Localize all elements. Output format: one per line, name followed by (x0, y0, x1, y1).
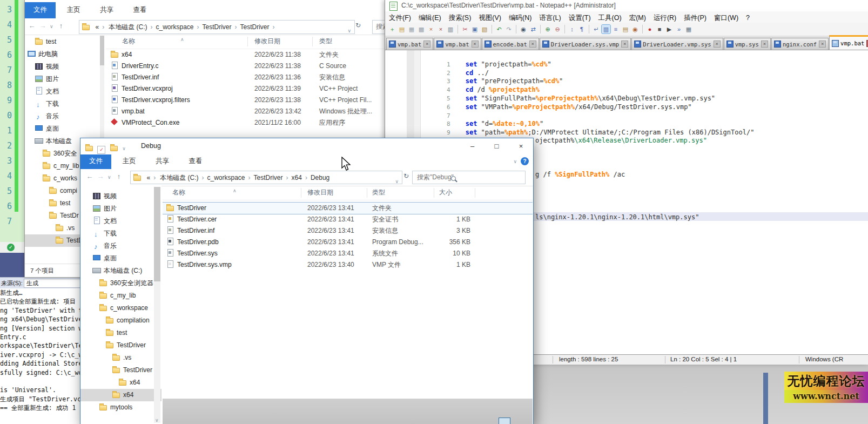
tree-item[interactable]: 此电脑 (25, 48, 105, 60)
column-date[interactable]: 修改日期 (307, 186, 333, 199)
column-type[interactable]: 类型 (319, 35, 332, 48)
toolbar-icon[interactable] (398, 25, 406, 33)
toolbar-icon[interactable] (388, 25, 396, 33)
toolbar-icon[interactable] (675, 25, 683, 33)
toolbar-icon[interactable] (492, 25, 492, 33)
refresh-icon[interactable]: ↻ (403, 172, 409, 180)
document-tab[interactable]: nginx.conf (771, 38, 829, 50)
column-type[interactable]: 类型 (372, 186, 385, 199)
up-icon[interactable]: ↑ (114, 172, 124, 180)
breadcrumb-segment[interactable]: TestDriver (254, 174, 292, 181)
tree-item[interactable]: compilation (80, 314, 162, 327)
qat-dropdown-icon[interactable]: ∨ (122, 146, 126, 151)
menu-item[interactable]: ? (742, 12, 753, 24)
toolbar-icon[interactable] (621, 25, 630, 33)
title-bar[interactable]: ✓ ∨ Debug – □ × (80, 138, 533, 154)
tree-item[interactable]: 音乐 (80, 240, 162, 252)
column-name[interactable]: 名称 (122, 35, 135, 48)
maximize-button[interactable]: □ (485, 138, 509, 154)
toolbar-icon[interactable] (589, 25, 589, 33)
column-size[interactable]: 大小 (439, 186, 452, 199)
toolbar-icon[interactable] (642, 25, 643, 33)
toolbar-icon[interactable] (611, 25, 620, 33)
toolbar-icon[interactable] (665, 25, 674, 33)
toolbar-icon[interactable] (564, 25, 565, 33)
toolbar-icon[interactable] (480, 25, 489, 33)
help-icon[interactable]: ? (521, 157, 529, 165)
breadcrumb-segment[interactable]: 本地磁盘 (C:) (160, 174, 207, 181)
tree-item[interactable]: c_my_lib (80, 290, 162, 302)
tab-file[interactable]: 文件 (80, 154, 111, 169)
toolbar-icon[interactable] (592, 25, 601, 33)
tree-item[interactable]: 下载 (25, 98, 105, 110)
toolbar-icon[interactable] (631, 25, 640, 33)
tree-item[interactable]: 视频 (25, 60, 105, 73)
file-row[interactable]: TestDriver.inf 2022/6/23 13:41 安装信息 3 KB (163, 225, 533, 237)
toolbar-icon[interactable] (446, 25, 455, 33)
document-tab[interactable]: vmp.bat (829, 35, 868, 50)
tab-close-icon[interactable] (761, 41, 768, 48)
tab-close-icon[interactable] (621, 41, 628, 48)
toolbar-icon[interactable] (645, 25, 654, 33)
toolbar-icon[interactable] (540, 25, 541, 33)
ribbon-expand-icon[interactable]: ∨ (513, 159, 517, 164)
file-row[interactable]: TestDriver.inf 2022/6/23 11:36 安装信息 (106, 72, 388, 83)
address-dropdown-icon[interactable]: ∨ (395, 176, 399, 184)
file-row[interactable]: x64 2022/6/23 11:38 文件夹 (106, 49, 388, 60)
tree-item[interactable]: TestDriver (80, 364, 162, 376)
search-input[interactable]: 搜索"Debug" (412, 171, 526, 184)
tree-item[interactable]: 本地磁盘 (C:) (80, 265, 162, 277)
menu-item[interactable]: 语言(L) (535, 12, 564, 24)
tab-share[interactable]: 共享 (91, 2, 122, 18)
column-date[interactable]: 修改日期 (254, 35, 280, 48)
menu-item[interactable]: 设置(T) (565, 12, 595, 24)
breadcrumb-segment[interactable]: 本地磁盘 (C:) (109, 23, 156, 31)
menu-item[interactable]: 插件(P) (680, 12, 710, 24)
toolbar-icon[interactable] (577, 25, 586, 33)
back-icon[interactable]: ← (27, 22, 37, 30)
tree-item[interactable]: 图片 (25, 73, 105, 85)
breadcrumb[interactable]: «本地磁盘 (C:)c_workspaceTestDriverx64Debug … (130, 171, 402, 184)
toolbar-icon[interactable] (553, 25, 562, 33)
menu-item[interactable]: 宏(M) (625, 12, 650, 24)
breadcrumb-segment[interactable]: x64 (292, 174, 311, 181)
toolbar-icon[interactable] (504, 25, 513, 33)
tab-home[interactable]: 主页 (113, 154, 144, 169)
breadcrumb-segment[interactable]: Debug (311, 174, 336, 181)
file-row[interactable]: TestDriver 2022/6/23 13:41 文件夹 (163, 203, 533, 214)
document-tab[interactable]: vmp.sys (724, 38, 771, 50)
menu-item[interactable]: 视图(V) (475, 12, 505, 24)
toolbar-icon[interactable] (417, 25, 426, 33)
tree-item[interactable]: mytools (80, 401, 162, 414)
toolbar-icon[interactable] (529, 25, 537, 33)
vs-output-source-dropdown[interactable]: 生成 (24, 279, 89, 288)
close-button[interactable]: × (509, 138, 533, 154)
properties-check-icon[interactable]: ✓ (97, 146, 105, 154)
file-row[interactable]: DriverEntry.c 2022/6/23 11:38 C Source (106, 60, 388, 72)
tree-item[interactable]: TestDriver (80, 339, 162, 352)
vs-output-panel[interactable]: 新生成…已启动全部重新生成: 项目ng 'TestDriver' with to… (0, 288, 86, 424)
toolbar-icon[interactable] (461, 25, 469, 33)
tab-file[interactable]: 文件 (25, 2, 56, 18)
file-row[interactable]: TestDriver.sys.vmp 2022/6/23 13:40 VMP 文… (163, 259, 533, 271)
document-tab[interactable]: encode.bat (482, 38, 539, 50)
toolbar-icon[interactable] (470, 25, 479, 33)
tab-close-icon[interactable] (472, 41, 479, 48)
tree-item[interactable]: 360安全浏览器 (80, 277, 162, 290)
menu-item[interactable]: 文件(F) (385, 12, 415, 24)
menu-item[interactable]: 运行(R) (650, 12, 680, 24)
up-icon[interactable]: ↑ (56, 22, 66, 30)
toolbar-icon[interactable] (543, 25, 552, 33)
toolbar-icon[interactable] (495, 25, 503, 33)
file-row[interactable]: VMProtect_Con.exe 2021/11/2 16:00 应用程序 (106, 117, 388, 129)
title-bar[interactable]: C:\c_workspace\TestDriver\TestDriver\vmp… (385, 0, 868, 11)
toolbar-icon[interactable] (602, 25, 610, 33)
tree-item[interactable]: c_workspace (80, 302, 162, 314)
menu-item[interactable]: 编码(N) (505, 12, 535, 24)
search-icon[interactable] (451, 176, 457, 183)
new-folder-icon[interactable] (110, 144, 118, 151)
document-tab[interactable]: vmp.bat (386, 38, 433, 50)
toolbar-icon[interactable] (684, 25, 693, 33)
toolbar-icon[interactable] (655, 25, 664, 33)
tab-share[interactable]: 共享 (147, 154, 178, 169)
